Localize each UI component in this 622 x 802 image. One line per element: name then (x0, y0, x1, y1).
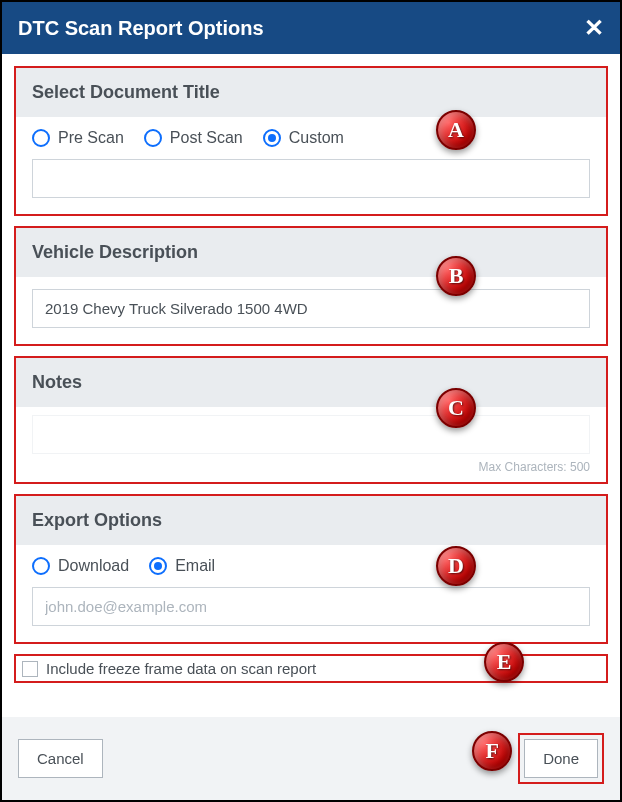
annotation-badge-b: B (436, 256, 476, 296)
document-title-radio-group: Pre Scan Post Scan Custom (32, 129, 590, 147)
export-radio-group: Download Email (32, 557, 590, 575)
section-header-vehicle: Vehicle Description (16, 228, 606, 277)
radio-label: Post Scan (170, 129, 243, 147)
annotation-badge-e: E (484, 642, 524, 682)
cancel-button[interactable]: Cancel (18, 739, 103, 778)
checkbox-icon (22, 661, 38, 677)
annotation-badge-a: A (436, 110, 476, 150)
section-notes: Notes Max Characters: 500 C (14, 356, 608, 484)
radio-icon (149, 557, 167, 575)
radio-label: Custom (289, 129, 344, 147)
annotation-badge-c: C (436, 388, 476, 428)
dialog-title: DTC Scan Report Options (18, 17, 264, 40)
radio-download[interactable]: Download (32, 557, 129, 575)
radio-icon (263, 129, 281, 147)
section-header-notes: Notes (16, 358, 606, 407)
radio-label: Download (58, 557, 129, 575)
section-export-options: Export Options Download Email D (14, 494, 608, 644)
radio-icon (32, 557, 50, 575)
radio-post-scan[interactable]: Post Scan (144, 129, 243, 147)
annotation-badge-d: D (436, 546, 476, 586)
radio-icon (144, 129, 162, 147)
custom-title-input[interactable] (32, 159, 590, 198)
vehicle-description-input[interactable] (32, 289, 590, 328)
radio-pre-scan[interactable]: Pre Scan (32, 129, 124, 147)
section-header-document-title: Select Document Title (16, 68, 606, 117)
done-button[interactable]: Done (524, 739, 598, 778)
radio-custom[interactable]: Custom (263, 129, 344, 147)
dialog-content: Select Document Title Pre Scan Post Scan… (2, 54, 620, 683)
freeze-frame-label: Include freeze frame data on scan report (46, 660, 316, 677)
section-header-export: Export Options (16, 496, 606, 545)
radio-email[interactable]: Email (149, 557, 215, 575)
radio-icon (32, 129, 50, 147)
freeze-frame-row[interactable]: Include freeze frame data on scan report… (14, 654, 608, 683)
section-vehicle-description: Vehicle Description B (14, 226, 608, 346)
annotation-badge-f: F (472, 731, 512, 771)
notes-hint: Max Characters: 500 (32, 460, 590, 474)
radio-label: Email (175, 557, 215, 575)
done-button-highlight: Done F (518, 733, 604, 784)
dialog-header: DTC Scan Report Options ✕ (2, 2, 620, 54)
dialog-footer: Cancel Done F (2, 717, 620, 800)
notes-input[interactable] (32, 415, 590, 454)
close-icon[interactable]: ✕ (584, 16, 604, 40)
email-input[interactable] (32, 587, 590, 626)
section-document-title: Select Document Title Pre Scan Post Scan… (14, 66, 608, 216)
radio-label: Pre Scan (58, 129, 124, 147)
